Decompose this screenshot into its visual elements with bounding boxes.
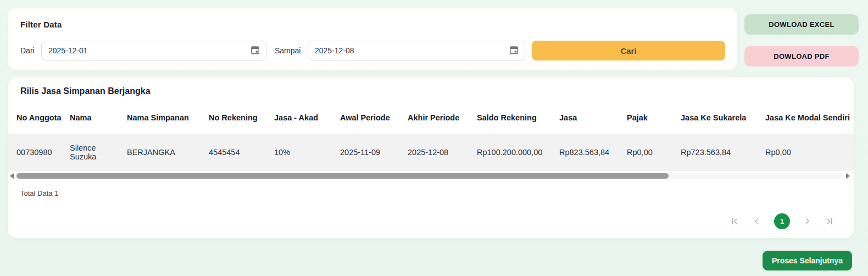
column-header-jasa-ke-sukarela: Jasa Ke Sukarela: [681, 102, 765, 134]
column-header-nama: Nama: [70, 102, 127, 134]
cell-no-rekening: 4545454: [209, 134, 274, 171]
filter-card: Filter Data Dari 2025-12-01 Sampai 2025-…: [8, 8, 737, 70]
column-header-pajak: Pajak: [627, 102, 681, 134]
column-header-jasa: Jasa: [559, 102, 627, 134]
cell-pajak: Rp0,00: [627, 134, 681, 171]
column-header-saldo-rekening: Saldo Rekening: [477, 102, 559, 134]
sampai-label: Sampai: [275, 41, 301, 60]
dari-date-value: 2025-12-01: [48, 46, 88, 55]
column-header-no-anggota: No Anggota: [8, 102, 70, 134]
column-header-awal-periode: Awal Periode: [340, 102, 408, 134]
table-title: Rilis Jasa Simpanan Berjangka: [20, 86, 151, 96]
table-scroll-area: No Anggota Nama Nama Simpanan No Rekenin…: [8, 102, 854, 173]
scrollbar-thumb[interactable]: [16, 173, 669, 179]
horizontal-scrollbar[interactable]: [8, 172, 854, 180]
column-header-akhir-periode: Akhir Periode: [408, 102, 477, 134]
sampai-date-value: 2025-12-08: [315, 46, 354, 55]
column-header-jasa-ke-modal-sendiri: Jasa Ke Modal Sendiri: [765, 102, 854, 134]
download-pdf-button[interactable]: DOWLOAD PDF: [744, 46, 859, 67]
chevron-right-icon: [803, 217, 811, 225]
dari-date-input[interactable]: 2025-12-01: [41, 41, 266, 60]
calendar-icon[interactable]: [250, 45, 260, 57]
column-header-nama-simpanan: Nama Simpanan: [127, 102, 209, 134]
cell-awal-periode: 2025-11-09: [340, 134, 408, 171]
last-page-button[interactable]: [825, 217, 834, 226]
sampai-date-input[interactable]: 2025-12-08: [308, 41, 525, 60]
cell-jasa-ke-sukarela: Rp723.563,84: [681, 134, 765, 171]
last-page-icon: [825, 217, 834, 226]
cell-saldo-rekening: Rp100.200.000,00: [477, 134, 559, 171]
cell-jasa: Rp823.563,84: [559, 134, 627, 171]
next-page-button[interactable]: [803, 217, 811, 225]
filter-title: Filter Data: [20, 20, 62, 29]
scroll-right-arrow-icon[interactable]: [846, 173, 850, 179]
filter-row: Dari 2025-12-01 Sampai 2025-12-08: [20, 41, 735, 60]
cell-jasa-akad: 10%: [274, 134, 340, 171]
data-table: No Anggota Nama Nama Simpanan No Rekenin…: [8, 102, 854, 171]
cell-nama: Silence Suzuka: [70, 134, 127, 171]
column-header-jasa-akad: Jasa - Akad: [274, 102, 340, 134]
download-excel-button[interactable]: DOWLOAD EXCEL: [744, 14, 859, 35]
previous-page-button[interactable]: [753, 217, 761, 225]
cell-jasa-ke-modal-sendiri: Rp0,00: [765, 134, 854, 171]
scroll-left-arrow-icon[interactable]: [10, 173, 14, 179]
table-row[interactable]: 00730980 Silence Suzuka BERJANGKA 454545…: [8, 134, 854, 171]
total-data-label: Total Data 1: [20, 189, 58, 197]
scrollbar-track[interactable]: [16, 173, 844, 179]
pagination: 1: [730, 212, 834, 230]
cell-nama-simpanan: BERJANGKA: [127, 134, 209, 171]
chevron-left-icon: [753, 217, 761, 225]
table-header-row: No Anggota Nama Nama Simpanan No Rekenin…: [8, 102, 854, 134]
table-card: Rilis Jasa Simpanan Berjangka No Anggota…: [8, 78, 854, 238]
cell-akhir-periode: 2025-12-08: [408, 134, 477, 171]
dari-label: Dari: [20, 41, 35, 60]
first-page-icon: [730, 217, 739, 226]
first-page-button[interactable]: [730, 217, 739, 226]
calendar-icon[interactable]: [509, 45, 519, 57]
proses-selanjutnya-button[interactable]: Proses Selanjutnya: [763, 251, 852, 271]
cari-button[interactable]: Cari: [532, 41, 725, 60]
cell-no-anggota: 00730980: [8, 134, 70, 171]
current-page-button[interactable]: 1: [774, 213, 790, 229]
column-header-no-rekening: No Rekening: [209, 102, 274, 134]
